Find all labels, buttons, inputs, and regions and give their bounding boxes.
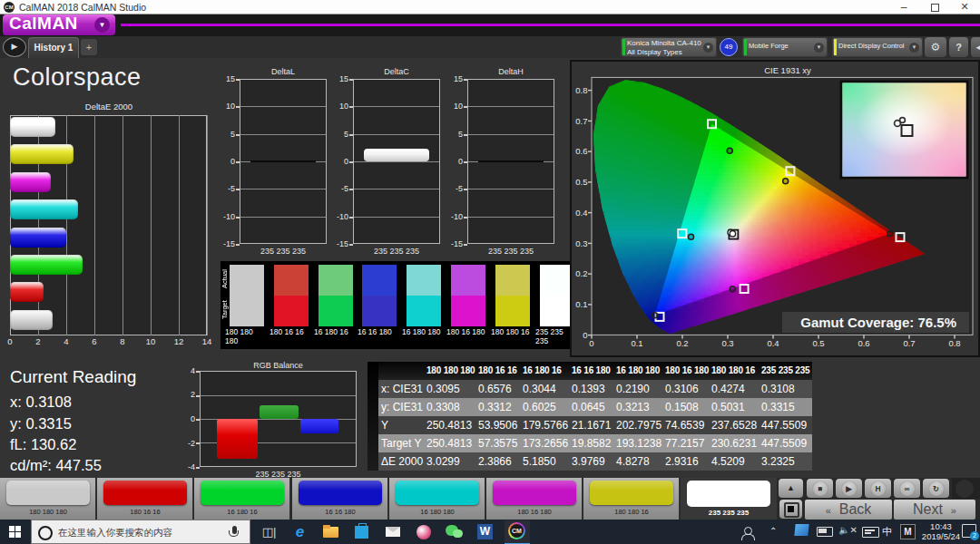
svg-text:0.8: 0.8	[575, 85, 587, 95]
svg-text:0.1: 0.1	[631, 338, 642, 348]
svg-text:0.4: 0.4	[767, 338, 779, 348]
svg-text:0.1: 0.1	[575, 299, 587, 309]
svg-text:0.6: 0.6	[858, 338, 869, 348]
svg-text:0.5: 0.5	[812, 338, 824, 348]
svg-text:0.7: 0.7	[903, 338, 915, 348]
svg-text:0.3: 0.3	[721, 338, 733, 348]
svg-text:0: 0	[589, 338, 593, 348]
svg-text:0.2: 0.2	[676, 338, 688, 348]
svg-text:0.4: 0.4	[575, 208, 587, 218]
svg-text:0.6: 0.6	[575, 146, 587, 156]
svg-text:0: 0	[583, 330, 587, 340]
svg-text:0.5: 0.5	[575, 177, 587, 187]
svg-text:0.7: 0.7	[575, 116, 587, 126]
svg-text:0.8: 0.8	[948, 338, 960, 348]
svg-text:CIE 1931 xy: CIE 1931 xy	[764, 65, 811, 75]
svg-text:Gamut Coverage: 76.5%: Gamut Coverage: 76.5%	[800, 315, 956, 330]
svg-text:0.2: 0.2	[575, 268, 587, 278]
svg-text:0.3: 0.3	[575, 238, 587, 248]
